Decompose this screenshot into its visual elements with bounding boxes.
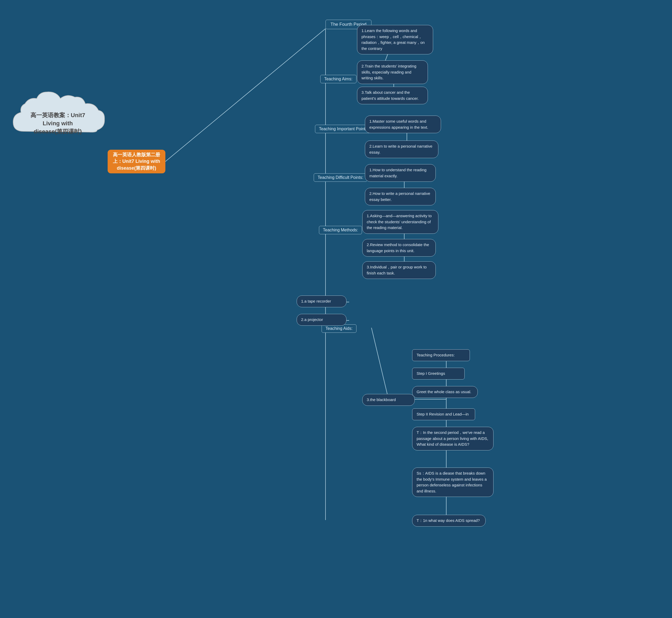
aids-node-2: 2.a projector: [297, 314, 347, 326]
category-teaching-difficult: Teaching Difficult Points:: [314, 173, 367, 182]
aims-node-1: 1.Learn the following words and phrases：…: [357, 25, 433, 55]
cloud-text: 高一英语教案：Unit7 Living with disease(第四课时): [29, 111, 87, 135]
aims-node-2: 2.Train the students' integrating skills…: [357, 61, 428, 84]
category-teaching-aids: Teaching Aids:: [321, 324, 357, 333]
difficult-node-1: 1.How to understand the reading material…: [365, 164, 436, 182]
category-teaching-important: Teaching Important Points:: [315, 125, 373, 133]
center-node: 高一英语人教版第二册上：Unit7 Living with disease(第四…: [108, 150, 165, 173]
svg-line-30: [372, 328, 389, 399]
aims-node-3: 3.Talk about cancer and the patient's at…: [357, 87, 428, 104]
proc-node-5: Ss：AIDS is a diease that breaks down the…: [412, 468, 494, 497]
proc-node-6: T：1n what way does AIDS spread?: [412, 515, 486, 527]
difficult-node-2: 2.How to write a personal narrative essa…: [365, 188, 436, 205]
svg-line-0: [165, 29, 325, 162]
important-node-2: 2.Learn to write a personal narrative es…: [365, 140, 438, 158]
methods-node-1: 1.Asking—and—answering activity to check…: [362, 210, 438, 234]
proc-node-1: Step I Greetings: [412, 368, 464, 380]
proc-node-2: Greet the whole class as usual.: [412, 386, 478, 398]
cloud-shape-container: 高一英语教案：Unit7 Living with disease(第四课时): [8, 84, 108, 163]
methods-node-2: 2.Review method to consolidate the langu…: [362, 239, 436, 256]
proc-node-0: Teaching Procedures:: [412, 349, 470, 361]
methods-node-3: 3.Individual，pair or group work to finis…: [362, 261, 436, 279]
aids-node-1: 1.a tape recorder: [297, 296, 347, 307]
proc-node-3: Step II Revision and Lead—in: [412, 408, 475, 420]
proc-node-4: T：In the second period，we've read a pass…: [412, 427, 494, 450]
important-node-1: 1.Master some useful words and expressio…: [365, 116, 441, 133]
category-teaching-aims: Teaching Aims:: [320, 75, 357, 83]
aids-node-3: 3.the blackboard: [362, 394, 415, 406]
category-teaching-methods: Teaching Methods:: [319, 226, 362, 234]
